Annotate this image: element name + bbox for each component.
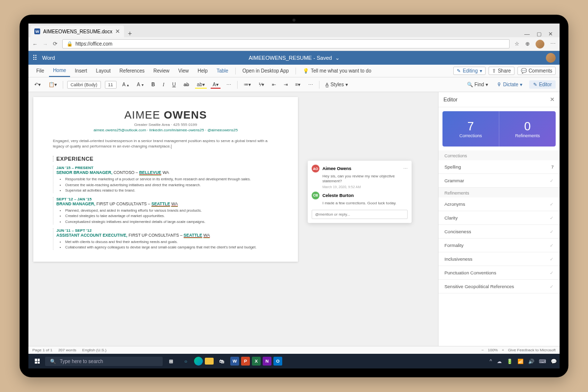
favorite-icon[interactable]: ☆: [514, 41, 519, 47]
store-icon[interactable]: 🛍: [216, 355, 228, 368]
editor-button[interactable]: ✎ Editor: [529, 80, 556, 89]
refinement-item[interactable]: Punctuation Conventions✓: [439, 266, 560, 280]
comments-button[interactable]: 💬 Comments: [517, 67, 556, 75]
browser-tab[interactable]: W AIMEEOWENS_RESUME.docx ✕: [30, 25, 124, 37]
page-count[interactable]: Page 1 of 1: [32, 348, 52, 352]
document-title[interactable]: AIMEEOWENS_RESUME - Saved ⌄: [248, 55, 339, 61]
maximize-button[interactable]: ▢: [537, 31, 541, 37]
language-status[interactable]: English (U.S.): [82, 348, 106, 352]
url-input[interactable]: 🔒https://office.com: [62, 39, 510, 49]
refinement-item[interactable]: Conciseness✓: [439, 225, 560, 239]
taskbar-search[interactable]: 🔍Type here to search: [45, 357, 163, 366]
undo-button[interactable]: ↶▾: [32, 81, 43, 88]
shrink-font-button[interactable]: A▾: [135, 81, 146, 88]
back-button[interactable]: ←: [32, 41, 38, 47]
numbering-button[interactable]: ⅟▾: [257, 81, 266, 88]
tab-references[interactable]: References: [116, 65, 148, 77]
profile-avatar[interactable]: [536, 40, 544, 49]
more-para-button[interactable]: ⋯: [306, 81, 315, 88]
edge-icon[interactable]: [194, 357, 203, 366]
feedback-link[interactable]: Give Feedback to Microsoft: [508, 348, 556, 352]
app-launcher-icon[interactable]: ⠿: [32, 54, 37, 62]
excel-app-icon[interactable]: X: [252, 357, 261, 366]
refresh-button[interactable]: ⟳: [53, 41, 57, 47]
commenter-avatar: CB: [312, 192, 319, 199]
ribbon-tabs: File Home Insert Layout References Revie…: [28, 65, 560, 77]
browser-menu-icon[interactable]: ⋯: [550, 41, 556, 47]
word-count[interactable]: 207 words: [58, 348, 76, 352]
tab-insert[interactable]: Insert: [71, 65, 91, 77]
camera: [293, 19, 295, 22]
tray-chevron-icon[interactable]: ^: [490, 359, 492, 364]
cortana-icon[interactable]: ○: [179, 355, 192, 368]
refinement-item[interactable]: Clarity✓: [439, 211, 560, 225]
commenter-name: Aimee Owens: [322, 166, 351, 171]
outlook-app-icon[interactable]: O: [273, 357, 282, 366]
font-color-button[interactable]: A▾: [211, 81, 220, 88]
zoom-out-button[interactable]: −: [482, 348, 484, 352]
refinements-stat[interactable]: 0 Refinements: [499, 111, 556, 147]
close-tab-icon[interactable]: ✕: [115, 28, 120, 35]
document-canvas[interactable]: AIMEE OWENS Greater Seattle Area · 425 5…: [28, 92, 438, 346]
tell-me-search[interactable]: 💡 Tell me what you want to do: [299, 65, 375, 77]
open-desktop-button[interactable]: Open in Desktop App: [239, 65, 293, 77]
powerpoint-app-icon[interactable]: P: [241, 357, 250, 366]
explorer-icon[interactable]: [205, 358, 214, 365]
font-family-select[interactable]: Calibri (Body): [67, 81, 101, 89]
highlight-button[interactable]: ab▾: [195, 81, 207, 88]
wifi-tray-icon[interactable]: 📶: [517, 359, 523, 364]
notifications-tray-icon[interactable]: 💬: [551, 359, 557, 364]
format-painter-button[interactable]: 📋▾: [47, 81, 59, 88]
refinement-item[interactable]: Formality✓: [439, 239, 560, 252]
zoom-in-button[interactable]: +: [502, 348, 504, 352]
new-tab-button[interactable]: +: [124, 29, 136, 37]
refinement-item[interactable]: Sensitive Geopolitical References✓: [439, 280, 560, 294]
find-button[interactable]: 🔍 Find▾: [465, 81, 490, 88]
onenote-app-icon[interactable]: N: [263, 357, 271, 366]
tab-review[interactable]: Review: [149, 65, 173, 77]
grammar-item[interactable]: Grammar✓: [439, 174, 560, 188]
tab-table[interactable]: Table: [213, 65, 232, 77]
close-window-button[interactable]: ✕: [548, 31, 553, 37]
grow-font-button[interactable]: A▴: [121, 81, 131, 88]
word-app-icon[interactable]: W: [230, 357, 239, 366]
forward-button[interactable]: →: [43, 41, 48, 47]
window-controls: — ▢ ✕: [524, 31, 558, 37]
input-tray-icon[interactable]: ⌨: [539, 359, 546, 364]
comment-menu-icon[interactable]: ⋯: [403, 166, 408, 171]
volume-tray-icon[interactable]: 🔊: [528, 359, 534, 364]
bullets-button[interactable]: ≔▾: [242, 81, 253, 88]
user-avatar[interactable]: [546, 53, 556, 63]
onedrive-tray-icon[interactable]: ☁: [497, 359, 502, 364]
refinement-item[interactable]: Acronyms✓: [439, 197, 560, 211]
spelling-item[interactable]: Spelling7: [439, 160, 560, 174]
increase-indent-button[interactable]: ⇥: [282, 81, 290, 88]
more-font-button[interactable]: ⋯: [224, 81, 233, 88]
strikethrough-button[interactable]: ab: [182, 81, 191, 88]
battery-tray-icon[interactable]: 🔋: [507, 359, 513, 364]
collections-icon[interactable]: ⊕: [525, 41, 530, 47]
close-panel-icon[interactable]: ✕: [550, 96, 555, 103]
font-size-select[interactable]: 11: [105, 81, 117, 89]
tab-layout[interactable]: Layout: [92, 65, 115, 77]
tab-file[interactable]: File: [32, 65, 48, 77]
italic-button[interactable]: I: [161, 81, 166, 88]
decrease-indent-button[interactable]: ⇤: [270, 81, 278, 88]
tab-title: AIMEEOWENS_RESUME.docx: [43, 29, 112, 34]
underline-button[interactable]: U: [170, 81, 177, 88]
tab-view[interactable]: View: [174, 65, 193, 77]
share-button[interactable]: ⇪ Share: [489, 67, 514, 75]
editing-mode-button[interactable]: ✎ Editing ▾: [453, 67, 486, 75]
align-button[interactable]: ≡▾: [294, 81, 303, 88]
bold-button[interactable]: B: [149, 81, 157, 88]
start-button[interactable]: [31, 355, 43, 367]
styles-button[interactable]: A̲ Styles▾: [323, 81, 349, 88]
comment-reply-input[interactable]: [312, 210, 408, 219]
tab-home[interactable]: Home: [49, 65, 70, 77]
tab-help[interactable]: Help: [194, 65, 212, 77]
minimize-button[interactable]: —: [524, 31, 530, 37]
task-view-icon[interactable]: ⊞: [165, 355, 177, 368]
refinement-item[interactable]: Inclusiveness✓: [439, 252, 560, 266]
dictate-button[interactable]: 🎙 Dictate▾: [495, 81, 524, 88]
corrections-stat[interactable]: 7 Corrections: [442, 111, 499, 147]
